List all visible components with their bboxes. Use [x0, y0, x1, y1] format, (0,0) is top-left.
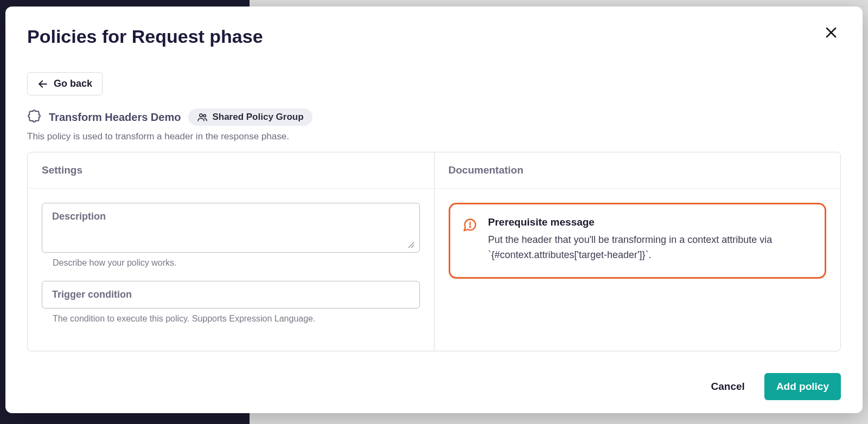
description-field: Description Describe how your policy wor… [42, 203, 420, 278]
policy-description: This policy is used to transform a heade… [27, 131, 841, 142]
close-button[interactable] [821, 23, 841, 42]
prerequisite-callout: Prerequisite message Put the header that… [449, 203, 827, 279]
description-input[interactable]: Description [42, 203, 420, 253]
puzzle-icon [27, 109, 41, 125]
svg-point-3 [200, 114, 202, 117]
policy-name: Transform Headers Demo [49, 111, 181, 124]
description-label: Description [52, 211, 106, 222]
dialog-title: Policies for Request phase [27, 26, 841, 47]
settings-panel-header: Settings [28, 152, 434, 189]
go-back-label: Go back [54, 78, 92, 89]
settings-panel: Settings Description Describe how your p… [28, 152, 434, 351]
documentation-panel-body: Prerequisite message Put the header that… [435, 189, 841, 293]
close-icon [825, 26, 838, 39]
alert-chat-icon [462, 217, 477, 263]
add-policy-button[interactable]: Add policy [764, 373, 841, 400]
users-icon [197, 112, 208, 123]
callout-text: Put the header that you'll be transformi… [488, 233, 811, 263]
resize-handle-icon[interactable] [407, 241, 416, 250]
shared-policy-group-badge: Shared Policy Group [188, 108, 312, 126]
settings-panel-body: Description Describe how your policy wor… [28, 189, 434, 351]
svg-line-5 [409, 242, 414, 248]
documentation-panel: Documentation Prerequisite message Put t… [434, 152, 841, 351]
panels-container: Settings Description Describe how your p… [27, 152, 841, 351]
trigger-condition-field: Trigger condition The condition to execu… [42, 281, 420, 333]
dialog-footer: Cancel Add policy [27, 358, 841, 400]
documentation-panel-header: Documentation [435, 152, 841, 189]
cancel-button[interactable]: Cancel [701, 373, 755, 400]
svg-line-6 [411, 245, 414, 248]
trigger-condition-help-text: The condition to execute this policy. Su… [42, 309, 420, 333]
svg-point-4 [203, 114, 206, 117]
trigger-condition-input[interactable]: Trigger condition [42, 281, 420, 309]
description-help-text: Describe how your policy works. [42, 253, 420, 278]
callout-content: Prerequisite message Put the header that… [488, 216, 811, 263]
arrow-left-icon [37, 79, 48, 89]
callout-title: Prerequisite message [488, 216, 811, 228]
svg-point-8 [469, 227, 470, 227]
go-back-button[interactable]: Go back [27, 72, 103, 95]
shared-badge-label: Shared Policy Group [212, 112, 303, 123]
trigger-condition-label: Trigger condition [52, 289, 132, 300]
policy-header: Transform Headers Demo Shared Policy Gro… [27, 108, 841, 126]
policy-dialog: Policies for Request phase Go back Trans… [5, 7, 863, 413]
